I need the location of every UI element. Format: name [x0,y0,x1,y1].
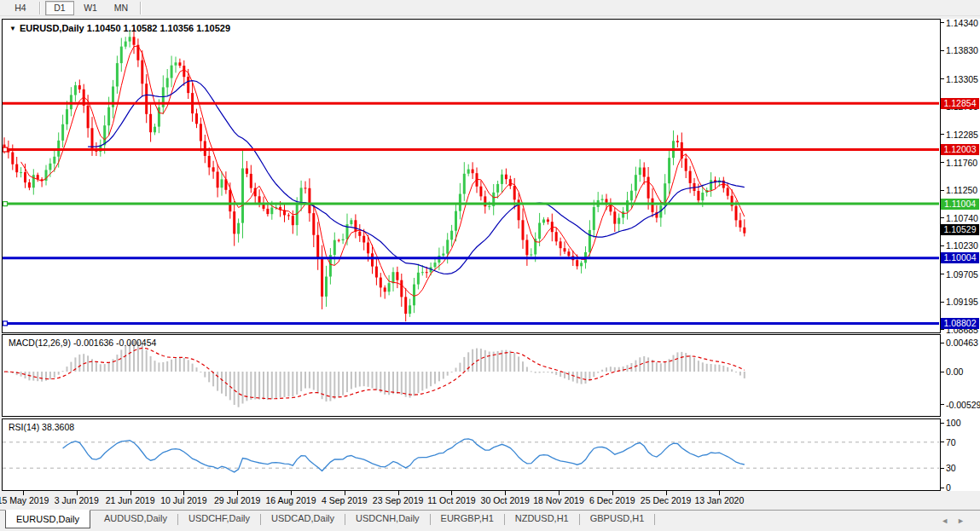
rsi-axis-label: 70 [946,437,956,447]
date-axis[interactable]: 15 May 20193 Jun 201921 Jun 201910 Jul 2… [0,491,980,510]
price-axis-tick [941,217,944,218]
chart-tab-usdchf[interactable]: USDCHF,Daily [178,511,260,527]
timeframe-toolbar: H4D1W1MN [0,0,980,16]
price-axis-label: 1.12285 [946,130,978,140]
price-axis[interactable]: 1.143401.138301.133051.127951.122851.117… [941,19,980,491]
price-axis-tick [941,22,944,23]
macd-panel[interactable]: MACD(12,26,9) -0.001636 -0.000454 [2,334,941,417]
price-axis-tick [941,50,944,51]
date-axis-label: 15 May 2019 [0,495,53,505]
price-axis-tick [941,245,944,246]
price-axis-tick [941,302,944,303]
macd-axis-tick [941,404,944,405]
price-badge: 1.12854 [941,98,979,109]
tab-scroll-right-icon[interactable]: ► [957,517,973,525]
line-handle [3,321,8,326]
price-axis-label: 1.13305 [946,74,978,84]
price-axis-tick [941,134,944,135]
price-badge: 1.08802 [941,318,979,329]
price-axis-tick [941,162,944,163]
price-axis-label: 1.11250 [946,185,977,195]
price-badge: 1.10529 [941,224,979,235]
rsi-axis-tick [941,488,944,488]
date-axis-label: 10 Jul 2019 [154,495,213,505]
date-axis-label: 21 Jun 2019 [101,495,160,505]
chart-tab-gbpusd[interactable]: GBPUSD,H1 [580,511,655,527]
price-axis-label: 1.13830 [946,45,978,55]
price-chart-panel[interactable]: ▼EURUSD,Daily 1.10450 1.10582 1.10356 1.… [2,19,941,333]
line-handle [3,147,8,152]
tab-separator [654,514,655,525]
date-axis-label: 13 Jan 2020 [689,495,749,505]
rsi-axis-label: 30 [946,463,956,473]
date-axis-label: 18 Nov 2019 [529,495,589,505]
price-axis-label: 1.14340 [946,18,978,28]
symbol-dropdown-icon[interactable]: ▼ [9,25,16,32]
rsi-panel[interactable]: RSI(14) 38.3608 [2,418,941,491]
macd-axis-label: 0.00463 [946,338,978,348]
rsi-chart[interactable] [3,419,940,490]
price-axis-label: 1.10740 [946,213,978,223]
macd-signal-line [4,348,745,399]
chart-tab-eurgbp[interactable]: EURGBP,H1 [431,511,504,527]
rsi-label: RSI(14) 38.3608 [9,422,74,432]
chart-tab-usdcnh[interactable]: USDCNH,Daily [345,511,430,527]
line-handle [3,202,8,206]
date-axis-label: 11 Oct 2019 [421,495,481,505]
price-axis-label: 1.11760 [946,158,977,168]
price-badge: 1.12003 [941,144,979,155]
date-axis-label: 3 Jun 2019 [47,495,107,505]
macd-axis-tick [941,343,944,343]
price-badge: 1.10004 [941,252,979,263]
chart-tab-audusd[interactable]: AUDUSD,Daily [94,511,177,527]
ma-slow-line [88,81,745,274]
rsi-axis-tick [941,423,944,424]
date-axis-label: 23 Sep 2019 [368,495,428,505]
chart-title: ▼EURUSD,Daily 1.10450 1.10582 1.10356 1.… [9,23,230,33]
macd-axis-label: -0.005299 [946,400,980,410]
tab-scroll-arrows: ◄► [941,517,973,525]
date-axis-label: 30 Oct 2019 [475,495,535,505]
price-axis-label: 1.10230 [946,240,978,251]
price-axis-tick [941,329,944,330]
rsi-axis-tick [941,468,944,469]
date-axis-label: 4 Sep 2019 [315,495,374,505]
macd-axis-label: 0.00 [946,367,963,377]
chart-tab-nzdusd[interactable]: NZDUSD,H1 [505,511,579,527]
price-axis-tick [941,78,944,79]
date-axis-label: 29 Jul 2019 [207,495,267,505]
timeframe-button-mn[interactable]: MN [107,1,136,15]
date-axis-label: 25 Dec 2019 [636,495,696,505]
chart-tab-bar: EURUSD,DailyAUDUSD,DailyUSDCHF,DailyUSDC… [0,510,980,531]
chart-ohlc: 1.10450 1.10582 1.10356 1.10529 [87,23,230,33]
timeframe-button-h4[interactable]: H4 [6,1,35,15]
chart-symbol: EURUSD,Daily [20,23,84,33]
timeframe-button-d1[interactable]: D1 [45,1,74,15]
price-badge: 1.11004 [941,199,979,210]
toolbar-separator [140,2,142,14]
rsi-line [63,439,745,472]
toolbar-separator [39,2,41,14]
timeframe-button-w1[interactable]: W1 [76,1,105,15]
price-axis-tick [941,274,944,274]
macd-label: MACD(12,26,9) -0.001636 -0.000454 [9,338,156,348]
price-axis-tick [941,190,944,191]
tab-scroll-left-icon[interactable]: ◄ [941,517,957,525]
macd-axis-tick [941,372,944,372]
rsi-axis-tick [941,442,944,442]
date-axis-label: 16 Aug 2019 [261,495,321,505]
date-axis-label: 6 Dec 2019 [583,495,642,505]
price-axis-label: 1.09705 [946,269,978,280]
candlestick-chart[interactable] [3,20,940,332]
price-axis-label: 1.09195 [946,297,978,307]
chart-tab-eurusd[interactable]: EURUSD,Daily [5,510,90,528]
terminal-window: H4D1W1MN ▼EURUSD,Daily 1.10450 1.10582 1… [0,0,980,531]
rsi-axis-label: 100 [946,418,961,428]
chart-tab-usdcad[interactable]: USDCAD,Daily [261,511,345,527]
